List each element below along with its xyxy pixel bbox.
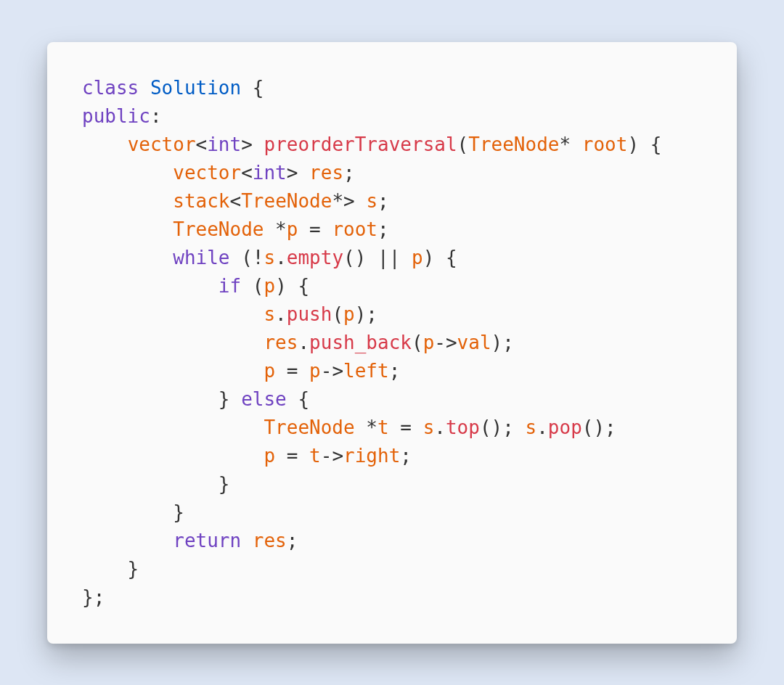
code-token: int [253,162,287,184]
code-token: > [287,162,309,184]
code-token: < [230,190,242,212]
code-token [82,445,264,467]
code-token: . [434,417,446,438]
code-token: = [389,417,423,438]
code-token: { [241,77,264,99]
code-token: p [412,247,423,268]
code-token: preorderTraversal [264,134,457,155]
code-token: } [82,558,139,580]
code-token [82,303,264,325]
code-token: t [377,417,389,438]
code-token: . [298,332,309,353]
code-token: (! [230,247,264,268]
code-token [82,275,219,297]
code-token: Solution [150,77,241,99]
code-token: s [423,417,435,438]
code-token: stack [173,190,229,212]
code-token: else [241,388,287,410]
code-token: push [287,303,332,325]
code-token [82,332,264,353]
code-token: root [582,134,628,155]
code-token: -> [434,332,457,353]
code-token: < [196,134,208,155]
code-token: (); [582,417,616,438]
code-token: root [332,218,377,240]
code-token: p [264,445,275,467]
code-token: public [82,105,150,127]
code-token: } [82,501,184,523]
code-token: ( [241,275,264,297]
code-token: ; [343,162,355,184]
code-token: = [298,218,332,240]
code-token: t [309,445,321,467]
code-token: }; [82,586,105,608]
code-token: return [173,530,241,551]
code-token: (); [480,417,526,438]
code-token: = [275,360,309,382]
code-token: { [287,388,309,410]
code-token [82,190,173,212]
code-token: ; [400,445,412,467]
code-token: -> [321,360,343,382]
code-token: p [423,332,435,353]
code-token: * [264,218,286,240]
code-token: : [150,105,162,127]
code-token [82,218,173,240]
code-token: TreeNode [264,417,354,438]
code-token: ); [355,303,377,325]
code-token: s [264,303,275,325]
code-token: < [241,162,253,184]
code-token: . [536,417,548,438]
code-token [241,530,253,551]
code-token: s [264,247,275,268]
code-token: res [309,162,343,184]
code-token: p [264,275,275,297]
code-token: right [343,445,400,467]
code-token: * [559,134,581,155]
code-token: > [241,134,264,155]
code-card: class Solution { public: vector<int> pre… [47,42,737,644]
code-token: p [343,303,355,325]
code-token: ( [332,303,343,325]
code-token: pop [548,417,582,438]
code-token [82,162,173,184]
code-token: res [264,332,298,353]
code-token: ( [457,134,469,155]
code-token: p [287,218,298,240]
code-token: ; [389,360,401,382]
code-token: TreeNode [173,218,264,240]
code-token: () || [343,247,412,268]
code-token: int [207,134,241,155]
code-token: left [343,360,389,382]
code-token [82,247,173,268]
code-token: . [275,303,287,325]
code-token: ; [287,530,298,551]
code-token: * [355,417,377,438]
code-token: res [253,530,287,551]
code-token: vector [128,134,196,155]
code-token: if [219,275,241,297]
code-token: ; [377,190,389,212]
code-token: ( [412,332,423,353]
code-token: push_back [309,332,412,353]
code-token: while [173,247,229,268]
code-token: TreeNode [468,134,559,155]
code-token: ); [491,332,514,353]
code-token: ) { [627,134,661,155]
code-token: ) { [423,247,457,268]
code-token: -> [321,445,343,467]
code-token [82,360,264,382]
code-token: class [82,77,150,99]
code-token: ) { [275,275,309,297]
code-token: } [82,388,241,410]
code-token: p [264,360,275,382]
code-token: ; [377,218,389,240]
code-token: val [457,332,491,353]
code-token [82,134,128,155]
code-token: = [275,445,309,467]
code-token: s [366,190,377,212]
code-token: empty [287,247,343,268]
code-token [82,530,173,551]
code-token: s [526,417,537,438]
code-token: top [446,417,480,438]
